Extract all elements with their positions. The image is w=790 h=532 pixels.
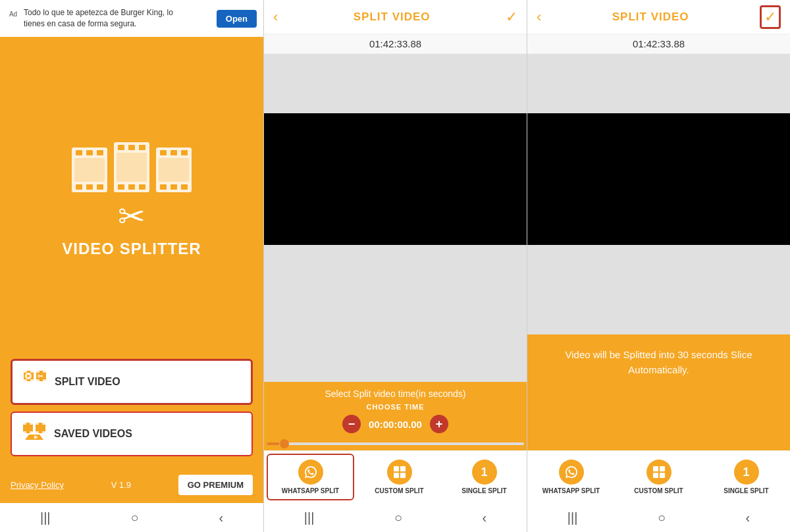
svg-rect-54: [660, 466, 665, 471]
nav-back-btn[interactable]: ‹: [219, 510, 223, 525]
header-title-3: SPLIT VIDEO: [612, 11, 689, 24]
svg-rect-23: [159, 158, 189, 182]
time-value: 00:00:00.00: [369, 419, 422, 430]
svg-rect-50: [400, 466, 406, 471]
premium-button[interactable]: GO PREMIUM: [178, 475, 253, 495]
svg-rect-38: [23, 423, 26, 425]
timestamp-3: 01:42:33.88: [527, 34, 790, 54]
nav-back-btn-2[interactable]: ‹: [483, 510, 487, 525]
svg-rect-12: [118, 184, 124, 190]
check-button-3[interactable]: ✓: [760, 5, 781, 29]
ad-banner: Ad Todo lo que te apetezca de Burger Kin…: [0, 0, 263, 37]
tab-custom-label-3: CUSTOM SPLIT: [634, 487, 683, 494]
tab-whatsapp-split-3[interactable]: WHATSAPP SPLIT: [527, 451, 615, 503]
ad-label-icon: Ad: [7, 7, 20, 20]
tab-whatsapp-label-2: WHATSAPP SPLIT: [282, 487, 339, 494]
svg-rect-11: [139, 145, 145, 150]
video-area-top-3: [527, 54, 790, 113]
nav-home-btn-3[interactable]: ○: [658, 510, 666, 525]
tab-single-split-3[interactable]: 1 SINGLE SPLIT: [702, 451, 790, 503]
video-area-top-2: [264, 54, 527, 113]
svg-rect-28: [30, 379, 34, 381]
saved-videos-button[interactable]: SAVED VIDEOS: [11, 412, 253, 456]
time-picker-row: − 00:00:00.00 +: [275, 415, 516, 433]
split-controls-2: Select Split video time(in seconds) CHOO…: [264, 382, 527, 442]
svg-rect-3: [97, 150, 103, 155]
svg-rect-27: [30, 371, 34, 373]
hero-area: ✂ VIDEO SPLITTER: [0, 37, 263, 348]
tabs-row-3: WHATSAPP SPLIT CUSTOM SPLIT 1 SINGLE SPL…: [527, 450, 790, 503]
svg-rect-55: [653, 473, 658, 478]
progress-dot-2: [280, 439, 289, 448]
timestamp-2: 01:42:33.88: [264, 34, 527, 54]
split-video-button[interactable]: ✂ SPLIT VIDEO: [11, 359, 253, 405]
split-video-icon: ✂: [23, 370, 47, 394]
svg-rect-4: [76, 184, 82, 190]
screen-header-3: ‹ SPLIT VIDEO ✓: [527, 0, 790, 34]
nav-menu-btn-3[interactable]: |||: [567, 510, 578, 525]
film-strip-1: [70, 146, 109, 194]
svg-rect-26: [24, 379, 27, 381]
back-button-3[interactable]: ‹: [537, 9, 541, 26]
svg-rect-18: [171, 150, 177, 155]
svg-rect-35: [43, 379, 46, 381]
svg-rect-22: [181, 184, 188, 190]
svg-rect-19: [181, 150, 188, 155]
back-button-2[interactable]: ‹: [273, 9, 278, 26]
svg-rect-15: [117, 153, 147, 182]
whatsapp-info-text: Video will be Splitted into 30 seconds S…: [527, 334, 790, 450]
svg-rect-46: [42, 431, 45, 433]
single-icon-2: 1: [472, 460, 497, 485]
progress-bar-container-2: [264, 442, 527, 450]
video-preview-3: [527, 113, 790, 245]
nav-home-btn-2[interactable]: ○: [394, 510, 402, 525]
bottom-bar: Privacy Policy V 1.9 GO PREMIUM: [0, 467, 263, 503]
nav-menu-btn-2[interactable]: |||: [304, 510, 315, 525]
tab-single-label-3: SINGLE SPLIT: [724, 487, 768, 494]
privacy-link[interactable]: Privacy Policy: [11, 480, 64, 490]
custom-icon-2: [387, 460, 412, 485]
film-strip-2: [113, 141, 151, 194]
nav-back-btn-3[interactable]: ‹: [746, 510, 750, 525]
tab-whatsapp-split-2[interactable]: WHATSAPP SPLIT: [267, 454, 354, 500]
svg-rect-14: [139, 184, 145, 190]
ad-text: Todo lo que te apetezca de Burger King, …: [24, 7, 182, 30]
svg-rect-39: [23, 431, 26, 433]
svg-rect-13: [128, 184, 135, 190]
progress-bar-2[interactable]: [267, 442, 524, 445]
svg-rect-44: [42, 423, 45, 425]
version-text: V 1.9: [111, 480, 131, 490]
split-video-panel-3: ‹ SPLIT VIDEO ✓ 01:42:33.88 Video will b…: [527, 0, 790, 532]
ad-open-button[interactable]: Open: [217, 10, 257, 28]
video-area-bottom-3: [527, 245, 790, 334]
svg-rect-25: [24, 371, 27, 373]
svg-rect-40: [30, 423, 33, 425]
split-video-panel-2: ‹ SPLIT VIDEO ✓ 01:42:33.88 Select Split…: [263, 0, 527, 532]
tab-single-split-2[interactable]: 1 SINGLE SPLIT: [442, 451, 527, 503]
nav-home-btn[interactable]: ○: [130, 510, 138, 525]
svg-rect-34: [43, 371, 46, 373]
tab-single-label-2: SINGLE SPLIT: [461, 487, 506, 494]
svg-rect-2: [86, 150, 93, 155]
svg-rect-17: [160, 150, 167, 155]
menu-area: ✂ SPLIT VIDEO SAVED VIDEOS: [0, 348, 263, 467]
svg-rect-10: [128, 145, 135, 150]
saved-videos-label: SAVED VIDEOS: [54, 428, 132, 440]
single-icon-3: 1: [734, 460, 759, 485]
svg-rect-6: [97, 184, 103, 190]
increase-time-btn[interactable]: +: [430, 415, 448, 433]
svg-rect-53: [653, 466, 658, 471]
svg-text:✂: ✂: [38, 373, 43, 380]
choose-time-label: CHOOSE TIME: [275, 403, 516, 411]
film-strips: [64, 128, 199, 200]
tabs-row-2: WHATSAPP SPLIT CUSTOM SPLIT 1 SINGLE SPL…: [264, 450, 527, 503]
nav-menu-btn[interactable]: |||: [40, 510, 51, 525]
svg-rect-49: [394, 466, 399, 471]
nav-bar-2: ||| ○ ‹: [264, 503, 527, 532]
check-button-2[interactable]: ✓: [506, 9, 517, 26]
tab-custom-split-2[interactable]: CUSTOM SPLIT: [357, 451, 442, 503]
decrease-time-btn[interactable]: −: [342, 415, 361, 433]
select-split-text: Select Split video time(in seconds): [275, 388, 516, 399]
tab-custom-split-3[interactable]: CUSTOM SPLIT: [615, 451, 702, 503]
scissors-icon: ✂: [118, 200, 145, 233]
